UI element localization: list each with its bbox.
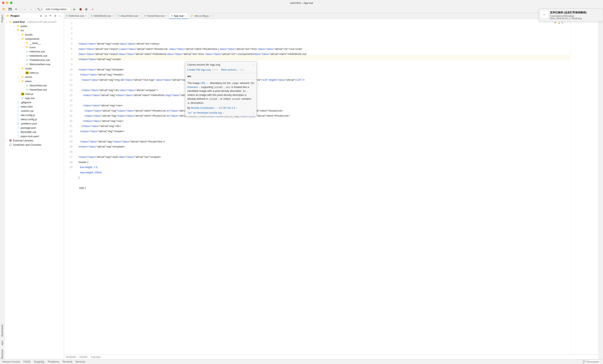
minimize-window[interactable] [6,2,9,4]
tree-item[interactable]: ›📁stores [4,75,64,79]
fold-gutter[interactable] [74,19,77,354]
create-file-action[interactable]: Create File logo.svg [187,68,211,71]
hide-icon[interactable]: — [58,14,62,18]
close-tab-icon[interactable]: × [185,14,186,17]
close-window[interactable] [2,2,4,4]
titlebar: vue3-first – App.vue [0,0,603,6]
main-toolbar: 📂 💾 ⟳ ← → 🔨 Add Configuration... ▶ 🐞 ◧ ■ [0,6,603,13]
error-stripe[interactable] [570,19,599,354]
close-tab-icon[interactable]: × [210,14,211,17]
tool-structure[interactable]: Structure [1,349,4,359]
editor-tab[interactable]: ⚡vite.config.js× [188,13,213,19]
status-item[interactable]: Problems [48,360,59,363]
tree-item[interactable]: ›📁public [4,24,64,28]
external-libraries[interactable]: ›📚External Libraries [4,138,64,143]
browsers-link[interactable]: browsers ↗ [187,86,200,89]
status-item[interactable]: Services [75,360,86,363]
more-actions[interactable]: More actions... [221,68,238,71]
close-tab-icon[interactable]: × [112,14,114,17]
tree-item[interactable]: VWelcomeItem.vue [4,62,64,66]
project-view-title[interactable]: Project [11,14,37,17]
tree-item[interactable]: 📄.eslintrc.cjs [4,109,64,113]
breadcrumb-item[interactable]: img.logo [91,355,101,358]
editor: VHelloVue.vue×VHelloWorld.vue×VAboutView… [64,13,599,359]
project-tool-window: 📁 Project ⊕ ⇲ ⇱ ⚙ — ⌄📁 vue3-first~/Webst… [4,13,64,359]
settings-icon[interactable]: ⚙ [53,14,57,18]
project-tree[interactable]: ⌄📁 vue3-first~/WebstormProjects/vue3 ›📁p… [4,19,64,359]
tree-item[interactable]: JSmain.js [4,92,64,96]
tree-item[interactable]: ⌄📁views [4,79,64,83]
close-tab-icon[interactable]: × [85,14,87,17]
mdn-link[interactable]: `src` on developer.mozilla.org ↗ [187,111,224,115]
run-icon[interactable]: ▶ [72,7,77,12]
tree-item[interactable]: 📄.prettierrc.json [4,122,64,126]
tree-item[interactable]: 📄pnpm-lock.yaml [4,134,64,138]
status-item[interactable]: Version Control [2,360,20,363]
tree-item[interactable]: JSindex.js [4,71,64,75]
stop-icon[interactable]: ■ [90,7,95,12]
run-configuration-selector[interactable]: Add Configuration... [43,7,71,12]
breadcrumb-bar[interactable]: template›header›img.logo [64,354,599,359]
editor-tab[interactable]: VHelloVue.vue× [64,13,89,19]
breadcrumb-item[interactable]: template [66,355,76,358]
folder-icon: 📁 [6,14,9,17]
tree-root[interactable]: ⌄📁 vue3-first~/WebstormProjects/vue3 [4,20,64,24]
back-icon[interactable]: ← [23,7,27,12]
tree-item[interactable]: ›📁assets [4,33,64,37]
debug-icon[interactable]: 🐞 [78,7,83,12]
right-tool-stripe [599,13,603,359]
build-config-icon[interactable]: 🔨 [37,7,42,12]
discussion-widget[interactable]: 💬 Discussion [580,360,601,364]
expand-all-icon[interactable]: ⇲ [44,14,48,18]
tree-item[interactable]: VAboutView.vue [4,83,64,88]
open-icon[interactable]: 📂 [2,7,6,12]
editor-tab[interactable]: VApp.vue× [169,13,188,19]
tool-bookmarks[interactable]: Bookmarks [1,324,4,337]
tree-item[interactable]: 📄index.html [4,104,64,109]
popup-more-icon[interactable]: ⋮ [252,63,255,66]
tree-item[interactable]: VHelloVue.vue [4,49,64,54]
status-item[interactable]: GraphQL [34,360,45,363]
line-number-gutter[interactable]: 1234567891011121314151617181920212223242… [64,19,74,354]
doc-section-label: src [187,75,191,78]
tree-item[interactable]: VApp.vue [4,96,64,100]
contributors-link[interactable]: Mozilla Contributors ↗ [191,106,217,109]
close-tab-icon[interactable]: × [139,14,140,17]
code-editor[interactable]: 👁 ▲5 ˄ ˅ <class="class="attrval">tag">sc… [77,19,570,354]
image-icon [541,11,548,18]
tool-project[interactable]: Project [1,15,4,23]
popup-menu-icon[interactable]: ⋮ [252,111,255,115]
coverage-icon[interactable]: ◧ [84,7,89,12]
forward-icon[interactable]: → [28,7,33,12]
save-icon[interactable]: 💾 [8,7,12,12]
scratches[interactable]: 📋Scratches and Consoles [4,143,64,147]
close-tab-icon[interactable]: × [165,14,167,17]
tree-item[interactable]: VHelloWorld.vue [4,54,64,58]
status-item[interactable]: TODO [23,360,31,363]
tree-item[interactable]: ⌄📁src [4,28,64,33]
license-link[interactable]: CC BY-SA 2.5 ↗ [219,106,238,109]
tree-item[interactable]: VHomeView.vue [4,88,64,92]
status-item[interactable]: Terminal [62,360,72,363]
tool-npm[interactable]: npm [1,341,4,345]
tree-item[interactable]: 📄README.md [4,130,64,134]
tree-item[interactable]: ›📁icons [4,45,64,49]
tree-item[interactable]: 📄vitest.config.js [4,117,64,122]
editor-tab[interactable]: VHomeView.vue× [142,13,169,19]
zoom-window[interactable] [10,2,12,4]
tree-item[interactable]: 📄.gitignore [4,100,64,104]
notification-toast[interactable]: 文件已保存 (点击打开保存路径) /Users/element/Desktop/… [538,9,603,22]
collapse-all-icon[interactable]: ⇱ [48,14,52,18]
tree-item[interactable]: ›📁__tests__ [4,41,64,45]
url-link[interactable]: URL ↗ [200,81,208,85]
tree-item[interactable]: ⌄📁router [4,66,64,71]
tree-item[interactable]: 📄package.json [4,126,64,130]
breadcrumb-item[interactable]: header [79,355,87,358]
editor-tab[interactable]: VAboutView.vue× [116,13,142,19]
tree-item[interactable]: VTheWelcome.vue [4,58,64,62]
tree-item[interactable]: ⌄📁components [4,37,64,41]
tree-item[interactable]: 📄vite.config.js [4,113,64,117]
reload-icon[interactable]: ⟳ [14,7,19,12]
locate-icon[interactable]: ⊕ [39,14,43,18]
editor-tab[interactable]: VHelloWorld.vue× [89,13,116,19]
